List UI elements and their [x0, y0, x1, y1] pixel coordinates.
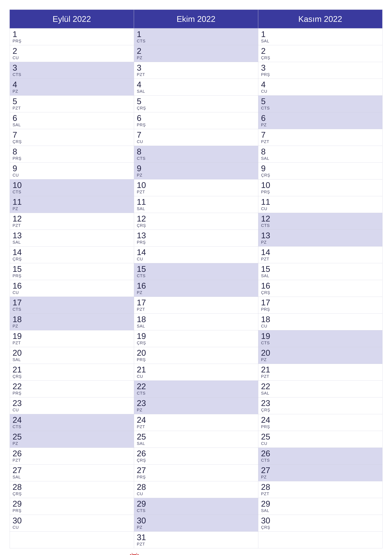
calendar-cell — [10, 532, 134, 548]
calendar-cell: 15SAL — [258, 263, 382, 280]
calendar-cell: 4PZ — [10, 79, 134, 95]
calendar-cell: 21ÇRŞ — [10, 364, 134, 381]
calendar-cell: 9PZ — [134, 163, 258, 179]
calendar-cell: 11CU — [258, 196, 382, 213]
calendar-cell: 2CU — [10, 45, 134, 62]
calendar-cell: 11SAL — [134, 196, 258, 213]
calendar-cell: 16PZ — [134, 280, 258, 297]
calendar-cell: 21CU — [134, 364, 258, 381]
calendar-cell: 11PZ — [10, 196, 134, 213]
calendar-cell: 25SAL — [134, 431, 258, 448]
calendar-cell: 7CU — [134, 129, 258, 146]
calendar-cell: 15PRŞ — [10, 263, 134, 280]
calendar-table: Eylül 2022 Ekim 2022 Kasım 2022 1PRŞ1CTS… — [9, 9, 383, 548]
calendar-cell: 29SAL — [258, 498, 382, 515]
calendar-cell: 20PRŞ — [134, 347, 258, 364]
calendar-cell: 27SAL — [10, 465, 134, 481]
calendar-cell: 30ÇRŞ — [258, 515, 382, 532]
calendar-cell: 5ÇRŞ — [134, 95, 258, 112]
calendar-cell: 17PZT — [134, 297, 258, 314]
calendar-cell: 27PZ — [258, 465, 382, 481]
calendar-cell: 21PZT — [258, 364, 382, 381]
calendar-cell: 13SAL — [10, 230, 134, 247]
calendar-cell: 16CU — [10, 280, 134, 297]
calendar-cell: 29CTS — [134, 498, 258, 515]
calendar-cell: 26ÇRŞ — [134, 448, 258, 465]
month-header-kasim: Kasım 2022 — [258, 10, 382, 28]
calendar-cell: 22CTS — [134, 381, 258, 397]
calendar-cell: 12CTS — [258, 213, 382, 230]
calendar-cell: 23PZ — [134, 397, 258, 414]
calendar-cell: 14ÇRŞ — [10, 247, 134, 263]
calendar-cell: 4SAL — [134, 79, 258, 95]
calendar-cell: 7ÇRŞ — [10, 129, 134, 146]
calendar-cell: 31PZT — [134, 532, 258, 548]
calendar-cell: 23ÇRŞ — [258, 397, 382, 414]
calendar-cell: 13PRŞ — [134, 230, 258, 247]
calendar-cell: 10CTS — [10, 179, 134, 196]
page: Eylül 2022 Ekim 2022 Kasım 2022 1PRŞ1CTS… — [0, 0, 392, 555]
calendar-cell: 24PZT — [134, 414, 258, 431]
calendar-cell: 1CTS — [134, 28, 258, 45]
calendar-cell: 10PRŞ — [258, 179, 382, 196]
calendar-cell: 1PRŞ — [10, 28, 134, 45]
brand-logo: 7 — [130, 553, 141, 555]
calendar-cell: 9CU — [10, 163, 134, 179]
calendar-cell: 16ÇRŞ — [258, 280, 382, 297]
calendar-cell: 8PRŞ — [10, 146, 134, 163]
footer: 7 — [9, 548, 383, 555]
calendar-cell: 17CTS — [10, 297, 134, 314]
calendar-cell: 28CU — [134, 481, 258, 498]
calendar-cell: 30CU — [10, 515, 134, 532]
calendar-cell: 8CTS — [134, 146, 258, 163]
calendar-cell: 24CTS — [10, 414, 134, 431]
calendar-cell: 24PRŞ — [258, 414, 382, 431]
calendar-cell: 6SAL — [10, 112, 134, 129]
calendar-cell: 28PZT — [258, 481, 382, 498]
calendar-cell: 18PZ — [10, 314, 134, 330]
calendar-cell: 13PZ — [258, 230, 382, 247]
calendar-cell: 18SAL — [134, 314, 258, 330]
calendar-cell: 19PZT — [10, 330, 134, 347]
calendar-cell: 5CTS — [258, 95, 382, 112]
calendar-cell: 25PZ — [10, 431, 134, 448]
calendar-cell: 27PRŞ — [134, 465, 258, 481]
calendar-cell: 1SAL — [258, 28, 382, 45]
calendar-cell: 30PZ — [134, 515, 258, 532]
calendar-cell: 18CU — [258, 314, 382, 330]
month-header-eylul: Eylül 2022 — [10, 10, 134, 28]
calendar-cell: 12PZT — [10, 213, 134, 230]
calendar-cell: 8SAL — [258, 146, 382, 163]
calendar-cell: 22PRŞ — [10, 381, 134, 397]
calendar-cell: 6PRŞ — [134, 112, 258, 129]
calendar-cell: 14PZT — [258, 247, 382, 263]
calendar-cell: 9ÇRŞ — [258, 163, 382, 179]
calendar-cell: 7PZT — [258, 129, 382, 146]
calendar-logo-icon: 7 — [130, 553, 139, 555]
calendar-cell: 22SAL — [258, 381, 382, 397]
calendar-cell: 10PZT — [134, 179, 258, 196]
calendar-cell: 19ÇRŞ — [134, 330, 258, 347]
calendar-cell: 26CTS — [258, 448, 382, 465]
calendar-cell: 4CU — [258, 79, 382, 95]
calendar-cell: 2ÇRŞ — [258, 45, 382, 62]
calendar-cell: 5PZT — [10, 95, 134, 112]
calendar-cell: 15CTS — [134, 263, 258, 280]
calendar-cell: 3CTS — [10, 62, 134, 79]
calendar-cell: 19CTS — [258, 330, 382, 347]
calendar-cell: 6PZ — [258, 112, 382, 129]
calendar-cell: 23CU — [10, 397, 134, 414]
calendar-cell: 3PRŞ — [258, 62, 382, 79]
calendar-cell: 3PZT — [134, 62, 258, 79]
calendar-cell: 14CU — [134, 247, 258, 263]
calendar-cell: 26PZT — [10, 448, 134, 465]
calendar-cell: 12ÇRŞ — [134, 213, 258, 230]
calendar-cell: 17PRŞ — [258, 297, 382, 314]
calendar-cell: 28ÇRŞ — [10, 481, 134, 498]
calendar-cell: 20SAL — [10, 347, 134, 364]
calendar-cell: 20PZ — [258, 347, 382, 364]
calendar-cell: 25CU — [258, 431, 382, 448]
month-header-ekim: Ekim 2022 — [134, 10, 258, 28]
calendar-cell — [258, 532, 382, 548]
calendar-cell: 29PRŞ — [10, 498, 134, 515]
